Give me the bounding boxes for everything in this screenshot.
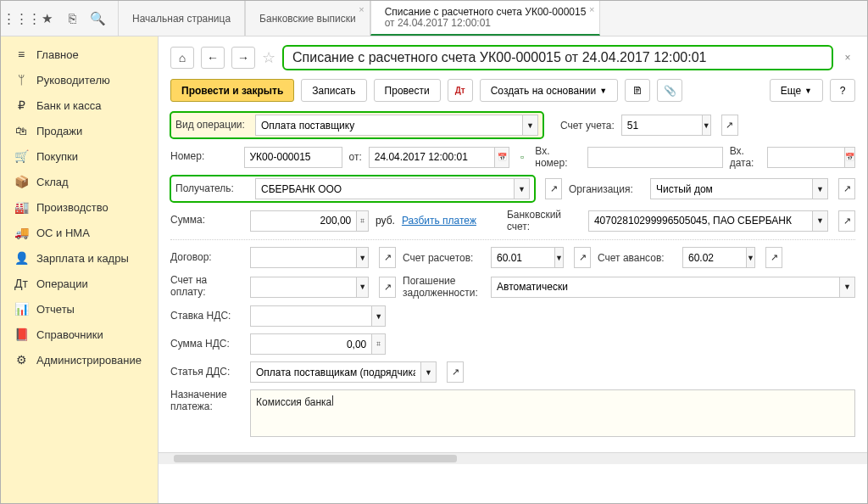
posted-icon: ▫ (516, 151, 529, 163)
vat-rate-select[interactable]: ▼ (250, 305, 386, 327)
search-icon[interactable]: 🔍 (91, 12, 104, 25)
tab-bank-statements[interactable]: Банковские выписки × (245, 1, 370, 36)
bank-account-input[interactable] (589, 211, 812, 231)
copy-icon[interactable]: ⎘ (65, 12, 79, 25)
chevron-down-icon[interactable]: ▼ (420, 362, 436, 382)
favorite-icon[interactable]: ☆ (262, 48, 275, 67)
tab-doc-current[interactable]: Списание с расчетного счета УК00-000015 … (370, 1, 601, 36)
in-date-input[interactable]: 📅 (767, 147, 855, 168)
dds-input[interactable] (251, 362, 420, 382)
create-based-button[interactable]: Создать на основании▼ (480, 79, 618, 102)
account-input[interactable] (622, 115, 702, 135)
settle-account-select[interactable]: ▼ (491, 247, 564, 268)
sidebar-item-warehouse[interactable]: 📦Склад (1, 169, 158, 194)
sidebar-item-production[interactable]: 🏭Производство (1, 194, 158, 220)
close-icon[interactable]: × (589, 4, 594, 14)
in-date-field[interactable] (768, 148, 844, 167)
postings-button[interactable]: Дт (448, 79, 473, 102)
vat-amount-input[interactable] (251, 334, 371, 354)
org-input[interactable] (651, 179, 812, 199)
chevron-down-icon[interactable]: ▼ (356, 248, 368, 267)
star-icon[interactable]: ★ (40, 12, 53, 25)
debt-settle-input[interactable] (492, 277, 839, 297)
print-button[interactable]: 🖹 (625, 79, 650, 102)
org-select[interactable]: ▼ (650, 178, 828, 199)
contract-input[interactable] (251, 248, 356, 267)
scrollbar-horizontal[interactable] (159, 452, 867, 464)
chevron-down-icon[interactable]: ▼ (839, 277, 854, 297)
chevron-down-icon[interactable]: ▼ (812, 211, 827, 231)
advance-account-select[interactable]: ▼ (682, 247, 755, 268)
post-and-close-button[interactable]: Провести и закрыть (170, 79, 294, 102)
calendar-icon[interactable]: 📅 (494, 148, 508, 167)
open-button[interactable]: ↗ (447, 361, 464, 383)
back-button[interactable]: ← (201, 47, 225, 69)
operation-type-input[interactable] (256, 115, 522, 135)
date-input[interactable]: 📅 (369, 147, 509, 168)
sidebar-item-assets[interactable]: 🚚ОС и НМА (1, 220, 158, 245)
chevron-down-icon[interactable]: ▼ (812, 179, 827, 199)
sidebar-item-operations[interactable]: ДтОперации (1, 271, 158, 296)
chevron-down-icon[interactable]: ▼ (514, 179, 529, 199)
grid-icon[interactable]: ⋮⋮⋮ (14, 12, 28, 25)
open-button[interactable]: ↗ (721, 115, 738, 136)
purpose-textarea[interactable]: Комиссия банка (250, 389, 855, 437)
sidebar-item-main[interactable]: ≡Главное (1, 42, 158, 67)
operation-type-select[interactable]: ▼ (255, 115, 538, 136)
calendar-icon[interactable]: 📅 (844, 148, 854, 167)
split-payment-link[interactable]: Разбить платеж (402, 215, 476, 227)
attach-button[interactable]: 📎 (657, 79, 682, 102)
help-button[interactable]: ? (830, 79, 855, 102)
calculator-icon[interactable]: ⌗ (356, 211, 368, 231)
dds-select[interactable]: ▼ (250, 361, 437, 383)
more-button[interactable]: Еще▼ (770, 79, 823, 102)
open-button[interactable]: ↗ (765, 247, 782, 268)
number-input[interactable] (244, 147, 342, 168)
recipient-select[interactable]: ▼ (255, 178, 530, 199)
in-number-input[interactable] (587, 147, 723, 168)
calculator-icon[interactable]: ⌗ (371, 334, 385, 354)
vat-amount-input-wrap[interactable]: ⌗ (250, 333, 386, 355)
open-button[interactable]: ↗ (838, 178, 855, 199)
chevron-down-icon[interactable]: ▼ (554, 248, 563, 267)
open-button[interactable]: ↗ (574, 247, 591, 268)
save-button[interactable]: Записать (301, 79, 366, 102)
date-field[interactable] (370, 148, 495, 167)
chevron-down-icon[interactable]: ▼ (522, 115, 537, 135)
vat-rate-input[interactable] (251, 306, 371, 326)
amount-input[interactable]: ⌗ (250, 210, 369, 232)
amount-field[interactable] (251, 211, 356, 231)
close-icon[interactable]: × (359, 4, 364, 14)
sidebar-item-sales[interactable]: 🛍Продажи (1, 118, 158, 143)
sidebar-item-bank[interactable]: ₽Банк и касса (1, 92, 158, 118)
open-button[interactable]: ↗ (379, 277, 396, 298)
open-button[interactable]: ↗ (545, 178, 562, 199)
open-button[interactable]: ↗ (379, 247, 396, 268)
chevron-down-icon[interactable]: ▼ (702, 115, 710, 135)
chevron-down-icon[interactable]: ▼ (371, 306, 385, 326)
bank-account-select[interactable]: ▼ (588, 210, 828, 232)
sidebar-item-purchases[interactable]: 🛒Покупки (1, 143, 158, 169)
sidebar-item-refs[interactable]: 📕Справочники (1, 322, 158, 347)
sidebar-item-reports[interactable]: 📊Отчеты (1, 296, 158, 322)
debt-settle-select[interactable]: ▼ (491, 277, 855, 298)
sidebar-item-admin[interactable]: ⚙Администрирование (1, 347, 158, 372)
post-button[interactable]: Провести (374, 79, 441, 102)
chevron-down-icon[interactable]: ▼ (746, 248, 754, 267)
forward-button[interactable]: → (231, 47, 255, 69)
payment-account-select[interactable]: ▼ (250, 277, 369, 298)
settle-account-input[interactable] (492, 248, 554, 267)
home-button[interactable]: ⌂ (170, 47, 194, 69)
payment-account-input[interactable] (251, 277, 356, 297)
account-select[interactable]: ▼ (621, 115, 711, 136)
close-icon[interactable]: × (840, 50, 855, 65)
tab-start-page[interactable]: Начальная страница (118, 1, 245, 36)
open-button[interactable]: ↗ (838, 210, 855, 232)
sidebar-item-manager[interactable]: ᛘРуководителю (1, 67, 158, 92)
sidebar-item-hr[interactable]: 👤Зарплата и кадры (1, 245, 158, 271)
recipient-input[interactable] (256, 179, 514, 199)
advance-account-input[interactable] (683, 248, 746, 267)
settle-account-label: Счет расчетов: (403, 252, 484, 264)
chevron-down-icon[interactable]: ▼ (356, 277, 368, 297)
contract-select[interactable]: ▼ (250, 247, 369, 268)
